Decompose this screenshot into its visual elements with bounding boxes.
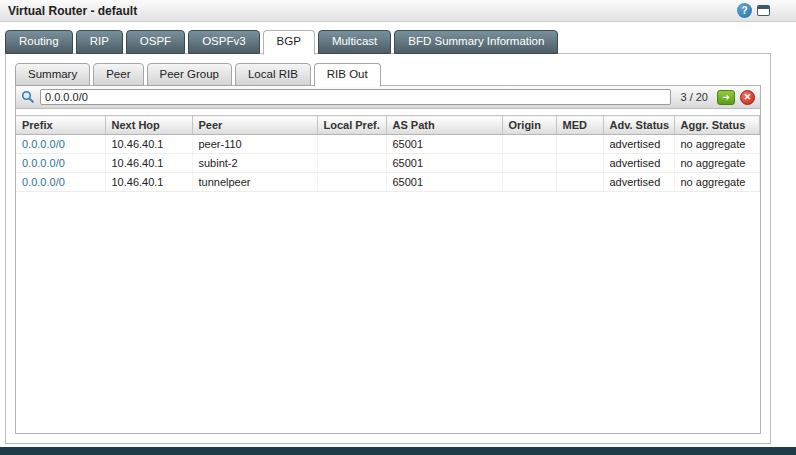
origin-cell	[502, 135, 556, 154]
column-header-med[interactable]: MED	[556, 116, 603, 135]
tab-routing[interactable]: Routing	[5, 30, 73, 54]
aggr-status-cell: no aggregate	[674, 135, 760, 154]
peer-cell: subint-2	[192, 154, 317, 173]
med-cell	[556, 154, 603, 173]
column-header-as-path[interactable]: AS Path	[386, 116, 502, 135]
table-row: 0.0.0.0/0 10.46.40.1 peer-110 65001 adve…	[16, 135, 760, 154]
sub-tab-bar: Summary Peer Peer Group Local RIB RIB Ou…	[15, 63, 381, 86]
rib-out-table: Prefix Next Hop Peer Local Pref. AS Path…	[16, 115, 760, 192]
title-bar: Virtual Router - default ?	[0, 0, 796, 22]
next-hop-cell: 10.46.40.1	[105, 154, 192, 173]
prefix-cell[interactable]: 0.0.0.0/0	[16, 154, 105, 173]
as-path-cell: 65001	[386, 173, 502, 192]
column-header-local-pref[interactable]: Local Pref.	[317, 116, 386, 135]
title-icons: ?	[737, 3, 770, 18]
rib-out-panel: 3 / 20 ➜ ✕ Prefix Next Hop Peer Local Pr…	[15, 85, 761, 434]
tab-multicast[interactable]: Multicast	[318, 30, 391, 54]
as-path-cell: 65001	[386, 154, 502, 173]
filter-input[interactable]	[40, 89, 671, 105]
local-pref-cell	[317, 154, 386, 173]
main-tab-bar: Routing RIP OSPF OSPFv3 BGP Multicast BF…	[5, 30, 558, 54]
local-pref-cell	[317, 135, 386, 154]
bgp-panel: Summary Peer Peer Group Local RIB RIB Ou…	[5, 53, 771, 444]
column-header-aggr-status[interactable]: Aggr. Status	[674, 116, 760, 135]
search-icon	[21, 90, 35, 104]
origin-cell	[502, 154, 556, 173]
peer-cell: tunnelpeer	[192, 173, 317, 192]
table-header-row: Prefix Next Hop Peer Local Pref. AS Path…	[16, 116, 760, 135]
clear-filter-button[interactable]: ✕	[740, 90, 755, 105]
apply-filter-button[interactable]: ➜	[717, 90, 735, 105]
sub-tab-summary[interactable]: Summary	[15, 63, 90, 86]
tab-ospfv3[interactable]: OSPFv3	[188, 30, 259, 54]
aggr-status-cell: no aggregate	[674, 154, 760, 173]
table-row: 0.0.0.0/0 10.46.40.1 subint-2 65001 adve…	[16, 154, 760, 173]
tab-ospf[interactable]: OSPF	[126, 30, 185, 54]
aggr-status-cell: no aggregate	[674, 173, 760, 192]
prefix-cell[interactable]: 0.0.0.0/0	[16, 173, 105, 192]
help-icon[interactable]: ?	[737, 3, 752, 18]
table-row: 0.0.0.0/0 10.46.40.1 tunnelpeer 65001 ad…	[16, 173, 760, 192]
window-icon[interactable]	[757, 5, 770, 16]
column-header-next-hop[interactable]: Next Hop	[105, 116, 192, 135]
sub-tab-peer-group[interactable]: Peer Group	[147, 63, 232, 86]
sub-tab-local-rib[interactable]: Local RIB	[235, 63, 311, 86]
local-pref-cell	[317, 173, 386, 192]
column-header-adv-status[interactable]: Adv. Status	[603, 116, 674, 135]
page-title: Virtual Router - default	[8, 4, 137, 18]
tab-rip[interactable]: RIP	[76, 30, 123, 54]
tab-bgp[interactable]: BGP	[263, 30, 315, 55]
column-header-prefix[interactable]: Prefix	[16, 116, 105, 135]
filter-bar: 3 / 20 ➜ ✕	[16, 86, 760, 109]
column-header-origin[interactable]: Origin	[502, 116, 556, 135]
sub-tab-rib-out[interactable]: RIB Out	[314, 63, 381, 87]
sub-tab-peer[interactable]: Peer	[93, 63, 143, 86]
adv-status-cell: advertised	[603, 154, 674, 173]
next-hop-cell: 10.46.40.1	[105, 173, 192, 192]
peer-cell: peer-110	[192, 135, 317, 154]
adv-status-cell: advertised	[603, 135, 674, 154]
adv-status-cell: advertised	[603, 173, 674, 192]
column-header-peer[interactable]: Peer	[192, 116, 317, 135]
filter-count: 3 / 20	[676, 91, 712, 103]
origin-cell	[502, 173, 556, 192]
bottom-bar	[0, 447, 796, 455]
tab-bfd-summary[interactable]: BFD Summary Information	[394, 30, 558, 54]
med-cell	[556, 135, 603, 154]
med-cell	[556, 173, 603, 192]
next-hop-cell: 10.46.40.1	[105, 135, 192, 154]
prefix-cell[interactable]: 0.0.0.0/0	[16, 135, 105, 154]
as-path-cell: 65001	[386, 135, 502, 154]
